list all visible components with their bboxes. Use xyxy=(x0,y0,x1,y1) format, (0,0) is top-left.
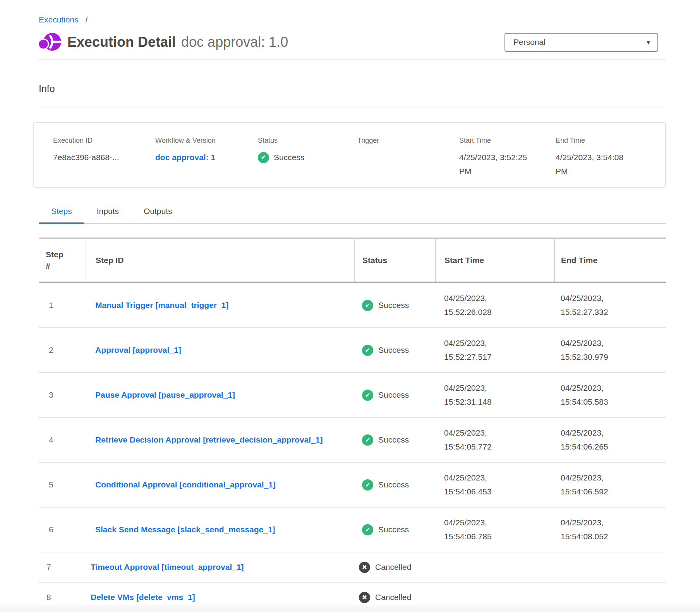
page-header: Execution Detail doc approval: 1.0 Perso… xyxy=(39,31,666,53)
workflow-version-label: Workflow & Version xyxy=(155,136,258,145)
end-time-value: 4/25/2023, 3:54:08 PM xyxy=(556,150,630,178)
status-text: Success xyxy=(378,480,409,489)
check-circle-icon: ✔ xyxy=(362,390,373,401)
check-circle-icon: ✔ xyxy=(362,345,373,356)
footer-strip xyxy=(0,604,700,612)
status-text: Cancelled xyxy=(375,562,411,572)
step-link[interactable]: Conditional Approval [conditional_approv… xyxy=(95,478,276,492)
tab-inputs[interactable]: Inputs xyxy=(84,206,131,223)
status-badge: ✔ Success xyxy=(362,524,431,535)
execution-detail-page: Executions / Execution Detail doc approv… xyxy=(0,0,700,612)
step-link[interactable]: Delete VMs [delete_vms_1] xyxy=(91,590,195,604)
tab-outputs[interactable]: Outputs xyxy=(131,206,185,223)
step-start-time: 04/25/2023, 15:52:26.028 xyxy=(444,291,503,319)
table-row: 6 Slack Send Message [slack_send_message… xyxy=(39,507,666,552)
status-text: Success xyxy=(378,301,409,310)
info-field-status: Status ✔ Success xyxy=(258,136,357,187)
breadcrumb: Executions / xyxy=(39,15,666,25)
column-header-step-number: Step # xyxy=(46,249,68,272)
execution-id-label: Execution ID xyxy=(53,136,155,145)
table-row: 7 Timeout Approval [timeout_approval_1] … xyxy=(39,552,666,582)
status-text: Success xyxy=(378,390,409,400)
column-header-end-time: End Time xyxy=(554,238,666,282)
status-badge: ✔ Success xyxy=(362,300,431,311)
table-row: 3 Pause Approval [pause_approval_1] ✔ Su… xyxy=(39,373,666,417)
step-number: 8 xyxy=(43,593,51,602)
step-end-time: 04/25/2023, 15:54:06.265 xyxy=(561,426,619,454)
column-header-step-id: Step ID xyxy=(86,238,354,282)
step-end-time: 04/25/2023, 15:54:05.583 xyxy=(561,381,619,409)
chevron-down-icon: ▼ xyxy=(645,39,651,46)
info-field-trigger: Trigger xyxy=(357,136,459,187)
table-row: 5 Conditional Approval [conditional_appr… xyxy=(39,462,666,507)
breadcrumb-executions-link[interactable]: Executions xyxy=(39,15,79,24)
start-time-value: 4/25/2023, 3:52:25 PM xyxy=(459,150,534,178)
check-circle-icon: ✔ xyxy=(362,300,373,311)
status-badge: ✔ Success xyxy=(362,479,431,491)
status-badge: ✔ Success xyxy=(362,345,431,356)
check-circle-icon: ✔ xyxy=(362,524,373,535)
step-start-time: 04/25/2023, 15:54:06.453 xyxy=(444,471,503,499)
step-link[interactable]: Manual Trigger [manual_trigger_1] xyxy=(95,298,228,312)
step-number: 3 xyxy=(46,390,53,400)
info-field-start-time: Start Time 4/25/2023, 3:52:25 PM xyxy=(459,136,556,187)
status-badge: ✔ Success xyxy=(258,150,357,164)
info-card: Execution ID 7e8ac396-a868-... Workflow … xyxy=(33,122,666,188)
status-badge: ✖ Cancelled xyxy=(359,562,431,573)
tab-bar: Steps Inputs Outputs xyxy=(39,206,666,224)
info-field-execution-id: Execution ID 7e8ac396-a868-... xyxy=(53,136,155,187)
info-divider xyxy=(39,108,666,108)
step-number: 6 xyxy=(46,525,53,534)
check-circle-icon: ✔ xyxy=(362,434,373,446)
step-end-time: 04/25/2023, 15:54:08.052 xyxy=(561,516,619,544)
execution-id-value: 7e8ac396-a868-... xyxy=(53,150,155,164)
step-link[interactable]: Approval [approval_1] xyxy=(95,343,181,357)
steps-table-body: 1 Manual Trigger [manual_trigger_1] ✔ Su… xyxy=(39,282,666,612)
start-time-label: Start Time xyxy=(459,136,556,145)
step-number: 5 xyxy=(46,480,53,489)
header-divider xyxy=(39,59,666,60)
step-link[interactable]: Retrieve Decision Approval [retrieve_dec… xyxy=(95,433,323,447)
step-end-time: 04/25/2023, 15:52:27.332 xyxy=(561,291,619,319)
workflow-version-link[interactable]: doc approval: 1 xyxy=(155,153,215,162)
x-circle-icon: ✖ xyxy=(359,592,370,603)
x-circle-icon: ✖ xyxy=(359,562,370,573)
page-subtitle: doc approval: 1.0 xyxy=(181,34,288,50)
check-circle-icon: ✔ xyxy=(362,479,373,491)
status-text: Success xyxy=(378,345,409,355)
tab-steps[interactable]: Steps xyxy=(39,206,84,223)
step-end-time: 04/25/2023, 15:52:30.979 xyxy=(561,336,619,364)
status-label: Status xyxy=(258,136,357,145)
status-badge: ✖ Cancelled xyxy=(359,592,431,603)
breadcrumb-separator: / xyxy=(86,15,88,24)
status-text: Success xyxy=(378,435,409,444)
step-link[interactable]: Pause Approval [pause_approval_1] xyxy=(95,388,235,402)
workspace-dropdown-value: Personal xyxy=(513,38,546,47)
table-row: 4 Retrieve Decision Approval [retrieve_d… xyxy=(39,417,666,462)
table-row: 2 Approval [approval_1] ✔ Success 04/25/… xyxy=(39,328,666,373)
end-time-label: End Time xyxy=(556,136,654,145)
step-link[interactable]: Slack Send Message [slack_send_message_1… xyxy=(95,523,275,537)
status-badge: ✔ Success xyxy=(362,434,431,446)
info-field-end-time: End Time 4/25/2023, 3:54:08 PM xyxy=(556,136,654,187)
step-start-time: 04/25/2023, 15:54:06.785 xyxy=(444,516,503,544)
steps-table: Step # Step ID Status Start Time End Tim… xyxy=(39,238,666,612)
column-header-start-time: Start Time xyxy=(436,238,554,282)
step-start-time: 04/25/2023, 15:54:05.772 xyxy=(444,426,503,454)
step-link[interactable]: Timeout Approval [timeout_approval_1] xyxy=(91,560,244,574)
step-number: 7 xyxy=(43,562,51,572)
workspace-dropdown[interactable]: Personal ▼ xyxy=(504,33,658,52)
column-header-status: Status xyxy=(354,238,436,282)
status-text: Cancelled xyxy=(375,593,411,602)
step-number: 2 xyxy=(46,345,53,355)
check-circle-icon: ✔ xyxy=(258,152,269,163)
status-text: Success xyxy=(378,525,409,534)
info-section-heading: Info xyxy=(39,83,666,94)
title-group: Execution Detail doc approval: 1.0 xyxy=(39,31,288,53)
trigger-label: Trigger xyxy=(357,136,459,145)
step-end-time: 04/25/2023, 15:54:06.592 xyxy=(561,471,619,499)
workflow-branch-icon xyxy=(39,31,61,53)
step-start-time: 04/25/2023, 15:52:31.148 xyxy=(444,381,503,409)
page-title: Execution Detail xyxy=(67,34,176,50)
status-value-text: Success xyxy=(274,150,304,164)
